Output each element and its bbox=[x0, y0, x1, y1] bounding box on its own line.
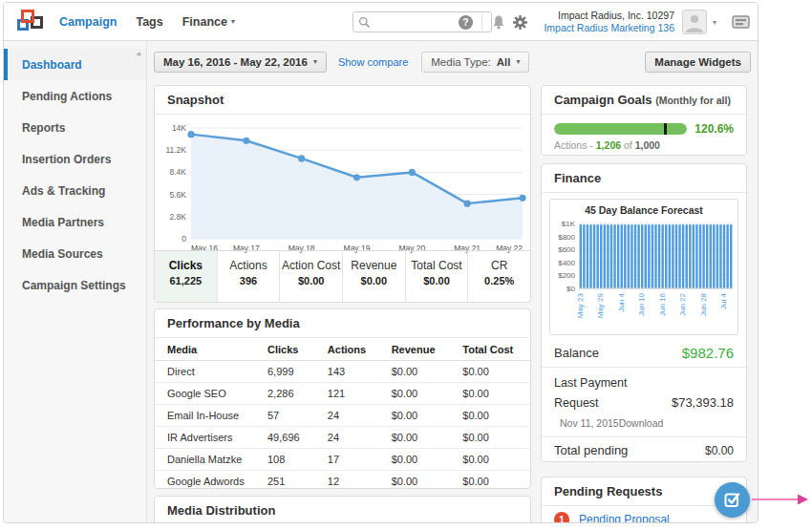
column-header-clicks: Clicks bbox=[264, 338, 324, 361]
notifications-bell-icon[interactable] bbox=[488, 14, 509, 31]
nav-item-campaign[interactable]: Campaign bbox=[59, 15, 117, 29]
sidebar-item-label: Media Sources bbox=[22, 247, 103, 261]
svg-text:2.8K: 2.8K bbox=[170, 212, 187, 222]
table-cell: $0.00 bbox=[459, 471, 530, 493]
sidebar-item-label: Insertion Orders bbox=[22, 153, 111, 166]
total-pending-label: Total pending bbox=[554, 443, 628, 457]
snapshot-title: Snapshot bbox=[155, 86, 530, 115]
stat-value: 61,225 bbox=[155, 275, 217, 286]
sidebar-item-label: Pending Actions bbox=[22, 90, 112, 103]
show-compare-link[interactable]: Show compare bbox=[338, 56, 408, 68]
sidebar-collapse-icon[interactable]: ◂ bbox=[136, 49, 140, 58]
snapshot-stats-row: Clicks61,225Actions396Action Cost$0.00Re… bbox=[155, 250, 530, 302]
sidebar-item-pending-actions[interactable]: Pending Actions bbox=[4, 80, 146, 112]
date-range-button[interactable]: May 16, 2016 - May 22, 2016 ▾ bbox=[154, 52, 327, 73]
sidebar-item-ads-tracking[interactable]: Ads & Tracking bbox=[4, 175, 146, 206]
performance-card: Performance by Media MediaClicksActionsR… bbox=[154, 308, 531, 489]
sidebar-item-campaign-settings[interactable]: Campaign Settings bbox=[4, 269, 146, 301]
header-right-group: ? Impact Radius, Inc. 10297 Impact Radiu… bbox=[455, 3, 750, 41]
stat-cell-actions[interactable]: Actions396 bbox=[218, 251, 281, 302]
balance-row: Balance $982.76 bbox=[542, 339, 746, 367]
total-pending-row: Total pending $0.00 bbox=[542, 436, 746, 459]
nav-item-finance[interactable]: Finance▾ bbox=[182, 15, 235, 29]
last-payment-label: Last Payment Request bbox=[554, 376, 627, 410]
pending-count-badge: 1 bbox=[554, 512, 569, 523]
pending-proposal-link[interactable]: Pending Proposal bbox=[579, 513, 670, 523]
last-payment-value: $73,393.18 bbox=[672, 395, 734, 410]
table-cell: $0.00 bbox=[459, 427, 530, 449]
nav-item-label: Tags bbox=[136, 15, 162, 29]
finance-card: Finance 45 Day Balance Forecast $1K$800$… bbox=[541, 163, 747, 462]
tasks-fab-button[interactable] bbox=[715, 482, 750, 518]
stat-cell-cr[interactable]: CR0.25% bbox=[468, 251, 530, 302]
table-row: Daniella Matzke10817$0.00$0.00 bbox=[155, 449, 530, 471]
table-cell: 108 bbox=[264, 449, 324, 471]
media-distribution-title: Media Distribution bbox=[155, 497, 530, 523]
pending-request-row: 1 Pending Proposal bbox=[542, 506, 746, 523]
goal-actual-value: 1,206 bbox=[596, 139, 621, 151]
sidebar-item-dashboard[interactable]: Dashboard bbox=[4, 49, 146, 80]
campaign-goals-title: Campaign Goals (Monthly for all) bbox=[542, 86, 746, 115]
svg-text:$400: $400 bbox=[558, 259, 575, 267]
media-type-value: All bbox=[497, 56, 511, 68]
impact-radius-logo-icon[interactable] bbox=[16, 9, 49, 35]
table-cell: $0.00 bbox=[388, 471, 459, 493]
balance-value: $982.76 bbox=[682, 345, 734, 361]
finance-title: Finance bbox=[542, 164, 746, 193]
filter-bar: May 16, 2016 - May 22, 2016 ▾ Show compa… bbox=[154, 50, 751, 74]
stat-cell-total-cost[interactable]: Total Cost$0.00 bbox=[406, 251, 469, 302]
svg-text:$200: $200 bbox=[558, 271, 575, 280]
goals-body: 120.6% Actions - 1,206 of 1,000 bbox=[542, 115, 746, 151]
sidebar-item-media-sources[interactable]: Media Sources bbox=[4, 238, 146, 269]
stat-cell-revenue[interactable]: Revenue$0.00 bbox=[343, 251, 406, 302]
snapshot-line-chart: 02.8K5.6K8.4K11.2K14KMay 16May 17May 18M… bbox=[155, 117, 530, 256]
account-chevron-down-icon[interactable]: ▾ bbox=[713, 18, 716, 27]
media-type-dropdown[interactable]: Media Type:All ▾ bbox=[421, 52, 529, 73]
nav-item-label: Finance bbox=[182, 15, 227, 29]
settings-gear-icon[interactable] bbox=[509, 14, 530, 31]
download-link[interactable]: Download bbox=[619, 417, 664, 429]
goal-detail: Actions - 1,206 of 1,000 bbox=[554, 139, 734, 151]
user-avatar[interactable] bbox=[682, 10, 707, 34]
sidebar-item-insertion-orders[interactable]: Insertion Orders bbox=[4, 143, 146, 175]
last-payment-date: Nov 11, 2015 bbox=[554, 417, 619, 429]
goal-target-marker bbox=[664, 123, 667, 135]
account-switcher[interactable]: Impact Radius, Inc. 10297 Impact Radius … bbox=[544, 10, 674, 34]
svg-text:$800: $800 bbox=[558, 233, 575, 242]
goal-progress-bar bbox=[554, 123, 687, 135]
stat-value: 0.25% bbox=[468, 275, 530, 286]
nav-item-label: Campaign bbox=[59, 15, 117, 29]
table-cell: $0.00 bbox=[388, 361, 459, 383]
manage-widgets-button[interactable]: Manage Widgets bbox=[645, 52, 751, 73]
svg-text:May 29: May 29 bbox=[596, 292, 605, 318]
sidebar-item-label: Media Partners bbox=[22, 216, 104, 229]
snapshot-card: Snapshot 02.8K5.6K8.4K11.2K14KMay 16May … bbox=[154, 85, 531, 303]
svg-text:?: ? bbox=[462, 17, 468, 28]
main-content: May 16, 2016 - May 22, 2016 ▾ Show compa… bbox=[147, 41, 759, 523]
sidebar-item-reports[interactable]: Reports bbox=[4, 112, 146, 143]
stat-label: Action Cost bbox=[280, 259, 342, 272]
panel-toggle-icon[interactable] bbox=[732, 15, 750, 29]
table-row: Direct6,999143$0.00$0.00 bbox=[155, 361, 530, 383]
media-distribution-card: Media Distribution bbox=[154, 496, 531, 523]
stat-value: $0.00 bbox=[280, 275, 342, 286]
table-row: Email In-House5724$0.00$0.00 bbox=[155, 405, 530, 427]
help-icon[interactable]: ? bbox=[455, 14, 476, 31]
balance-label: Balance bbox=[554, 346, 599, 360]
nav-item-tags[interactable]: Tags bbox=[136, 15, 162, 29]
table-cell: Google SEO bbox=[155, 383, 264, 405]
stat-cell-clicks[interactable]: Clicks61,225 bbox=[155, 251, 218, 302]
stat-label: Actions bbox=[218, 259, 280, 272]
table-cell: 6,999 bbox=[264, 361, 324, 383]
table-cell: 2,286 bbox=[264, 383, 324, 405]
top-header: CampaignTagsFinance▾ ? Impact Radius, In… bbox=[4, 3, 758, 41]
locked-amount-value: $0.00 bbox=[706, 460, 734, 462]
column-header-actions: Actions bbox=[324, 338, 388, 361]
stat-cell-action-cost[interactable]: Action Cost$0.00 bbox=[280, 251, 343, 302]
sidebar-item-media-partners[interactable]: Media Partners bbox=[4, 206, 146, 238]
sidebar-item-label: Reports bbox=[22, 121, 65, 135]
media-type-label: Media Type: bbox=[431, 56, 490, 68]
column-header-total-cost: Total Cost bbox=[459, 338, 530, 361]
svg-text:$0: $0 bbox=[566, 285, 575, 293]
account-subaccount-link[interactable]: Impact Radius Marketing 136 bbox=[544, 22, 674, 34]
